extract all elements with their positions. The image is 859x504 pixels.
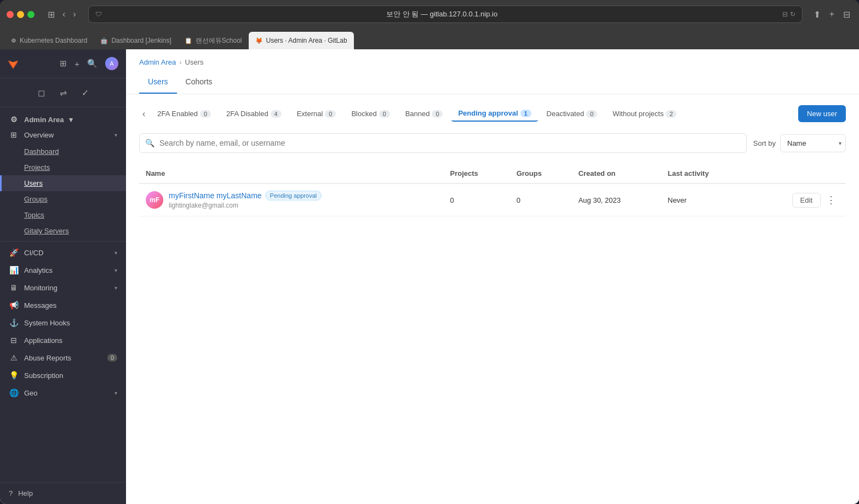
sidebar-sub-topics[interactable]: Topics — [0, 207, 126, 223]
sidebar-item-analytics[interactable]: 📊 Analytics ▾ — [0, 261, 126, 279]
sidebar-new-btn[interactable]: + — [72, 57, 82, 71]
filter-pending-approval[interactable]: Pending approval 1 — [451, 106, 537, 122]
filter-prev-btn[interactable]: ‹ — [139, 107, 148, 121]
filter-deactivated[interactable]: Deactivated 0 — [540, 106, 604, 121]
sidebar-item-overview[interactable]: ⊞ Overview ▾ — [0, 126, 126, 144]
overview-icon: ⊞ — [9, 130, 19, 139]
filter-banned-count: 0 — [432, 110, 443, 118]
sidebar-sub-gitaly[interactable]: Gitaly Servers — [0, 223, 126, 239]
filter-2fa-enabled-count: 0 — [200, 110, 211, 118]
page-header: Admin Area › Users Users Cohorts — [126, 49, 859, 94]
traffic-lights — [7, 11, 35, 18]
forward-button[interactable]: › — [70, 7, 79, 22]
maximize-button[interactable] — [27, 11, 35, 18]
sidebar-item-subscription[interactable]: 💡 Subscription — [0, 366, 126, 384]
gitlab-favicon: 🦊 — [255, 37, 263, 44]
sidebar-sub-projects[interactable]: Projects — [0, 159, 126, 175]
issues-shortcut[interactable]: ◻ — [31, 83, 51, 102]
sidebar-item-cicd[interactable]: 🚀 CI/CD ▾ — [0, 244, 126, 261]
filter-without-projects-label: Without projects — [612, 110, 663, 118]
new-tab-button[interactable]: + — [827, 7, 837, 22]
filter-banned-label: Banned — [405, 110, 430, 118]
merge-requests-shortcut[interactable]: ⇌ — [53, 83, 73, 102]
sidebar-help[interactable]: ? Help — [0, 482, 126, 504]
sidebar-layout-toggle[interactable]: ⊞ — [58, 56, 69, 71]
sidebar-sub-groups[interactable]: Groups — [0, 191, 126, 207]
user-name-link[interactable]: myFirstName myLastName — [169, 191, 262, 200]
analytics-icon: 📊 — [9, 266, 19, 274]
monitoring-chevron: ▾ — [114, 285, 117, 291]
user-projects: 0 — [443, 184, 509, 216]
address-bar-actions: ⊟ ↻ — [782, 10, 795, 18]
sidebar-sub-users[interactable]: Users — [0, 175, 126, 191]
sidebar-admin-area[interactable]: ⚙ Admin Area ▾ — [0, 110, 126, 126]
filter-2fa-disabled[interactable]: 2FA Disabled 4 — [220, 106, 288, 121]
breadcrumb-admin-area[interactable]: Admin Area — [139, 58, 176, 66]
filter-without-projects[interactable]: Without projects 2 — [606, 106, 683, 121]
jenkins-tab-label: Dashboard [Jenkins] — [111, 37, 171, 44]
filter-external[interactable]: External 0 — [290, 106, 343, 121]
filter-bar: ‹ 2FA Enabled 0 2FA Disabled 4 External … — [139, 105, 846, 122]
browser-tab-jenkins[interactable]: 🤖 Dashboard [Jenkins] — [94, 32, 177, 49]
browser-tab-gitlab[interactable]: 🦊 Users · Admin Area · GitLab — [249, 32, 354, 49]
cicd-label: CI/CD — [24, 249, 109, 257]
browser-tab-kubernetes[interactable]: ☸ Kubernetes Dashboard — [4, 32, 94, 49]
sidebar-item-messages[interactable]: 📢 Messages — [0, 296, 126, 314]
user-name-row: myFirstName myLastName Pending approval — [169, 191, 322, 201]
sidebar-toggle-btn[interactable]: ⊞ — [44, 7, 58, 22]
nav-controls: ⊞ ‹ › — [44, 7, 79, 22]
new-user-button[interactable]: New user — [798, 105, 846, 122]
col-created-on: Created on — [572, 164, 661, 184]
sidebar-nav: ⚙ Admin Area ▾ ⊞ Overview ▾ Dashboard Pr… — [0, 107, 126, 404]
sidebar-sub-dashboard[interactable]: Dashboard — [0, 144, 126, 159]
filter-blocked[interactable]: Blocked 0 — [345, 106, 396, 121]
sidebar-avatar[interactable]: A — [103, 55, 121, 72]
analytics-label: Analytics — [24, 266, 109, 274]
tab-cohorts[interactable]: Cohorts — [177, 73, 221, 94]
subscription-icon: 💡 — [9, 371, 19, 380]
filter-2fa-enabled-label: 2FA Enabled — [157, 110, 198, 118]
sidebar-search-btn[interactable]: 🔍 — [85, 56, 100, 71]
reader-mode-icon[interactable]: ⊟ — [782, 10, 788, 18]
gitlab-logo[interactable] — [5, 56, 21, 71]
sidebar-item-abuse-reports[interactable]: ⚠ Abuse Reports 0 — [0, 349, 126, 366]
more-actions-button[interactable]: ⋮ — [823, 192, 839, 208]
back-button[interactable]: ‹ — [59, 7, 68, 22]
minimize-button[interactable] — [17, 11, 24, 18]
split-view-button[interactable]: ⊟ — [841, 7, 852, 22]
table-actions: Edit ⋮ — [755, 192, 839, 208]
filter-2fa-enabled[interactable]: 2FA Enabled 0 — [151, 106, 217, 121]
browser-tab-school[interactable]: 📋 랜선에듀School — [178, 32, 249, 49]
abuse-reports-label: Abuse Reports — [24, 354, 102, 362]
filter-2fa-disabled-label: 2FA Disabled — [226, 110, 268, 118]
sidebar-item-monitoring[interactable]: 🖥 Monitoring ▾ — [0, 279, 126, 296]
sort-select[interactable]: Name — [780, 134, 846, 152]
admin-area-icon: ⚙ — [9, 115, 19, 124]
browser-tabs-bar: ☸ Kubernetes Dashboard 🤖 Dashboard [Jenk… — [0, 28, 859, 49]
col-projects: Projects — [443, 164, 509, 184]
page-tabs: Users Cohorts — [139, 73, 846, 94]
monitoring-label: Monitoring — [24, 284, 109, 292]
filter-banned[interactable]: Banned 0 — [399, 106, 450, 121]
address-bar[interactable]: 🛡 보안 안 됨 — gitlab.127.0.0.1.nip.io ⊟ ↻ — [88, 5, 803, 23]
filter-without-projects-count: 2 — [666, 110, 677, 118]
edit-user-button[interactable]: Edit — [792, 193, 821, 208]
share-button[interactable]: ⬆ — [811, 7, 823, 22]
search-sort-row: 🔍 Sort by Name ▾ — [139, 133, 846, 153]
geo-icon: 🌐 — [9, 388, 19, 397]
tab-users[interactable]: Users — [139, 73, 177, 94]
users-content: ‹ 2FA Enabled 0 2FA Disabled 4 External … — [126, 94, 859, 227]
user-details: myFirstName myLastName Pending approval … — [169, 191, 322, 209]
sort-label: Sort by — [753, 139, 776, 147]
browser-actions: ⬆ + ⊟ — [811, 7, 852, 22]
cicd-icon: 🚀 — [9, 248, 19, 257]
close-button[interactable] — [7, 11, 14, 18]
todos-shortcut[interactable]: ✓ — [75, 83, 95, 102]
overview-label: Overview — [24, 131, 109, 139]
reload-icon[interactable]: ↻ — [790, 10, 795, 18]
filter-actions: New user — [798, 105, 846, 122]
sidebar-item-applications[interactable]: ⊟ Applications — [0, 331, 126, 349]
sidebar-item-system-hooks[interactable]: ⚓ System Hooks — [0, 314, 126, 331]
search-input[interactable] — [139, 133, 747, 153]
sidebar-item-geo[interactable]: 🌐 Geo ▾ — [0, 384, 126, 402]
